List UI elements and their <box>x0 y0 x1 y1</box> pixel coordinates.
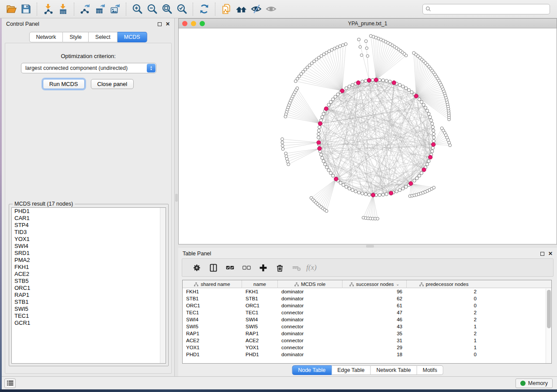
first-neighbors-icon[interactable] <box>234 3 249 16</box>
zoom-out-icon[interactable] <box>145 3 159 16</box>
table-cell[interactable]: FKH1 <box>242 289 278 294</box>
select-all-rows-icon[interactable] <box>221 261 238 274</box>
table-cell[interactable]: dominator <box>278 352 343 357</box>
delete-column-icon[interactable] <box>271 261 288 274</box>
table-cell[interactable]: ACE2 <box>242 338 278 343</box>
table-cell[interactable]: connector <box>278 345 343 350</box>
mcds-result-item[interactable]: YOX1 <box>12 236 166 243</box>
table-row[interactable]: RAP1RAP1dominator352 <box>183 330 551 337</box>
table-cell[interactable]: 47 <box>343 310 407 315</box>
table-cell[interactable]: YOX1 <box>242 345 278 350</box>
table-cell[interactable]: FKH1 <box>183 289 242 294</box>
mcds-result-item[interactable]: TID3 <box>12 229 166 236</box>
network-window-titlebar[interactable]: YPA_prune.txt_1 <box>179 19 557 28</box>
table-row[interactable]: ORC1ORC1dominator610 <box>183 302 551 309</box>
table-cell[interactable]: YOX1 <box>183 345 242 350</box>
zoom-in-icon[interactable] <box>130 3 145 16</box>
show-columns-icon[interactable] <box>205 261 221 274</box>
mcds-result-item[interactable]: ACE2 <box>12 271 166 278</box>
network-graph[interactable] <box>179 28 557 244</box>
save-session-icon[interactable] <box>18 3 33 16</box>
table-row[interactable]: TEC1TEC1connector472 <box>183 309 551 316</box>
table-cell[interactable]: TEC1 <box>183 310 242 315</box>
mcds-result-list[interactable]: PHD1CAR1STP4TID3YOX1SWI4SRD1PMA2FKH1ACE2… <box>11 207 166 364</box>
table-cell[interactable]: 18 <box>343 352 407 357</box>
table-cell[interactable]: 31 <box>343 338 407 343</box>
mcds-list-scrollbar[interactable] <box>160 208 166 363</box>
table-row[interactable]: ACE2ACE2connector311 <box>183 337 551 344</box>
refresh-view-icon[interactable] <box>197 3 211 16</box>
table-row[interactable]: SWI4SWI4dominator462 <box>183 316 551 323</box>
table-scrollbar-thumb[interactable] <box>547 290 551 328</box>
table-cell[interactable]: 1 <box>407 324 481 329</box>
node-table[interactable]: shared namenameMCDS rolesuccessor nodes⌄… <box>182 280 552 364</box>
mcds-result-item[interactable]: SRD1 <box>12 250 166 257</box>
table-cell[interactable]: 46 <box>343 317 407 322</box>
tab-network-table[interactable]: Network Table <box>371 365 417 375</box>
tab-motifs[interactable]: Motifs <box>417 365 443 375</box>
table-cell[interactable]: 61 <box>343 303 407 308</box>
table-cell[interactable]: dominator <box>278 289 343 294</box>
tab-select[interactable]: Select <box>89 32 118 42</box>
node-table-header[interactable]: shared namenameMCDS rolesuccessor nodes⌄… <box>183 280 551 288</box>
table-cell[interactable]: SWI5 <box>242 324 278 329</box>
table-row[interactable]: YOX1YOX1connector291 <box>183 344 551 351</box>
hide-selected-icon[interactable] <box>249 3 263 16</box>
table-cell[interactable]: SWI4 <box>183 317 242 322</box>
import-network-icon[interactable] <box>41 3 55 16</box>
table-cell[interactable]: PHD1 <box>183 352 242 357</box>
column-header-predecessor-nodes[interactable]: predecessor nodes <box>407 280 481 288</box>
table-cell[interactable]: 35 <box>343 331 407 336</box>
mcds-result-item[interactable]: SWI4 <box>12 243 166 250</box>
table-cell[interactable]: RAP1 <box>242 331 278 336</box>
table-row[interactable]: FKH1FKH1dominator962 <box>183 288 551 295</box>
mcds-result-item[interactable]: FKH1 <box>12 264 166 271</box>
table-cell[interactable]: 96 <box>343 289 407 294</box>
network-canvas[interactable] <box>179 28 557 244</box>
mcds-result-item[interactable]: STB5 <box>12 278 166 285</box>
table-cell[interactable]: 0 <box>407 296 481 301</box>
search-box[interactable] <box>422 4 550 14</box>
mcds-result-item[interactable]: CAR1 <box>12 215 166 222</box>
table-cell[interactable]: SWI5 <box>183 324 242 329</box>
mcds-result-item[interactable]: ORC1 <box>12 285 166 292</box>
table-cell[interactable]: 29 <box>343 345 407 350</box>
column-header-shared-name[interactable]: shared name <box>183 280 242 288</box>
table-cell[interactable]: 2 <box>407 317 481 322</box>
table-cell[interactable]: 2 <box>407 331 481 336</box>
table-cell[interactable]: RAP1 <box>183 331 242 336</box>
search-input[interactable] <box>431 5 547 13</box>
column-header-MCDS-role[interactable]: MCDS role <box>278 280 343 288</box>
tab-node-table[interactable]: Node Table <box>292 365 332 375</box>
table-cell[interactable]: STB1 <box>242 296 278 301</box>
close-panel-button[interactable]: Close panel <box>91 79 134 89</box>
open-file-icon[interactable] <box>3 3 18 16</box>
table-cell[interactable]: connector <box>278 324 343 329</box>
mcds-result-item[interactable]: PMA2 <box>12 257 166 264</box>
create-column-icon[interactable] <box>255 261 271 274</box>
zoom-selected-icon[interactable] <box>174 3 189 16</box>
table-cell[interactable]: PHD1 <box>242 352 278 357</box>
show-all-icon[interactable] <box>263 3 278 16</box>
column-header-name[interactable]: name <box>242 280 278 288</box>
mcds-result-item[interactable]: SWI5 <box>12 306 166 313</box>
mcds-result-item[interactable]: TEC1 <box>12 313 166 320</box>
mcds-result-item[interactable]: STP4 <box>12 222 166 229</box>
close-panel-icon[interactable]: ✕ <box>166 22 170 26</box>
table-options-gear-icon[interactable] <box>188 261 205 274</box>
table-cell[interactable]: 1 <box>407 345 481 350</box>
zoom-fit-icon[interactable] <box>159 3 174 16</box>
table-cell[interactable]: 0 <box>407 303 481 308</box>
table-cell[interactable]: 62 <box>343 296 407 301</box>
table-cell[interactable]: ACE2 <box>183 338 242 343</box>
table-scrollbar[interactable] <box>546 289 551 363</box>
table-row[interactable]: STB1STB1dominator620 <box>183 295 551 302</box>
table-cell[interactable]: SWI4 <box>242 317 278 322</box>
table-cell[interactable]: TEC1 <box>242 310 278 315</box>
show-panels-list-button[interactable] <box>4 378 16 388</box>
tab-edge-table[interactable]: Edge Table <box>332 365 370 375</box>
tab-mcds[interactable]: MCDS <box>118 32 147 42</box>
export-image-icon[interactable] <box>107 3 122 16</box>
import-table-icon[interactable] <box>55 3 70 16</box>
table-cell[interactable]: connector <box>278 310 343 315</box>
